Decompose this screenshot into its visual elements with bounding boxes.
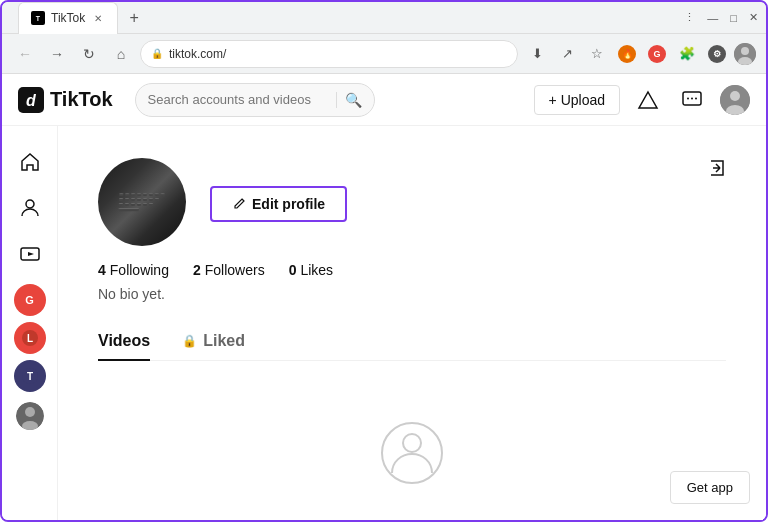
titlebar-controls: ⋮ — □ ✕ xyxy=(684,11,758,24)
following-stat[interactable]: 4 Following xyxy=(98,262,169,278)
keyboard-visual xyxy=(119,193,166,211)
tab-liked[interactable]: 🔒 Liked xyxy=(182,322,245,360)
key xyxy=(149,198,153,201)
firefox-extension-icon[interactable]: 🔥 xyxy=(614,41,640,67)
maximize-button[interactable]: □ xyxy=(730,11,737,24)
upload-button[interactable]: + Upload xyxy=(534,85,620,115)
search-bar[interactable]: 🔍 xyxy=(135,83,375,117)
following-label: Following xyxy=(110,262,169,278)
user-avatar[interactable] xyxy=(720,85,750,115)
tab-list-button[interactable]: ⋮ xyxy=(684,11,695,24)
browser-profile-icon[interactable] xyxy=(734,43,756,65)
new-tab-button[interactable]: + xyxy=(122,6,146,30)
key xyxy=(161,193,165,196)
profile-top: Edit profile xyxy=(98,158,726,246)
svg-marker-7 xyxy=(639,92,657,108)
tab-videos[interactable]: Videos xyxy=(98,322,150,360)
share-profile-button[interactable] xyxy=(706,158,726,183)
key xyxy=(137,198,141,201)
svg-text:d: d xyxy=(26,92,37,109)
app-area: d TikTok 🔍 + Upload xyxy=(2,74,766,520)
key xyxy=(131,203,135,206)
g-extension-icon[interactable]: G xyxy=(644,41,670,67)
key xyxy=(149,193,153,196)
followers-count: 2 xyxy=(193,262,201,278)
extensions-icon[interactable]: 🧩 xyxy=(674,41,700,67)
edit-profile-button[interactable]: Edit profile xyxy=(210,186,347,222)
likes-label: Likes xyxy=(300,262,333,278)
key xyxy=(119,193,123,196)
tiktok-logo-text: TikTok xyxy=(50,88,113,111)
sidebar-ext-3[interactable]: T xyxy=(14,360,46,392)
share-toolbar-icon[interactable]: ↗ xyxy=(554,41,580,67)
likes-stat[interactable]: 0 Likes xyxy=(289,262,333,278)
minimize-button[interactable]: — xyxy=(707,11,718,24)
lock-icon: 🔒 xyxy=(151,48,163,59)
sidebar-ext-3-icon: T xyxy=(21,367,39,385)
keyboard-row-3 xyxy=(119,203,165,206)
search-icon[interactable]: 🔍 xyxy=(345,92,362,108)
g-icon: G xyxy=(648,45,666,63)
tiktok-logo[interactable]: d TikTok xyxy=(18,87,113,113)
sidebar-user-avatar[interactable] xyxy=(16,402,44,430)
svg-point-13 xyxy=(730,91,740,101)
sidebar-ext-2[interactable]: L xyxy=(14,322,46,354)
search-input[interactable] xyxy=(148,92,328,107)
stats-row: 4 Following 2 Followers 0 Likes xyxy=(98,262,726,278)
sidebar-ext-1[interactable]: G xyxy=(14,284,46,316)
firefox-icon: 🔥 xyxy=(618,45,636,63)
key xyxy=(125,198,129,201)
forward-button[interactable]: → xyxy=(44,41,70,67)
share-icon xyxy=(706,158,726,178)
sidebar-live-button[interactable] xyxy=(10,234,50,274)
messages-icon[interactable] xyxy=(676,84,708,116)
address-bar[interactable]: 🔒 tiktok.com/ xyxy=(140,40,518,68)
keyboard-row-4 xyxy=(119,208,166,211)
live-icon xyxy=(19,243,41,265)
browser-toolbar: ← → ↻ ⌂ 🔒 tiktok.com/ ⬇ ↗ ☆ 🔥 G 🧩 ⚙ xyxy=(2,34,766,74)
svg-text:L: L xyxy=(26,333,32,344)
browser-titlebar: T TikTok ✕ + ⋮ — □ ✕ xyxy=(2,2,766,34)
keyboard-row-2 xyxy=(119,198,165,201)
svg-point-9 xyxy=(687,97,689,99)
get-app-label: Get app xyxy=(687,480,733,495)
svg-point-15 xyxy=(26,200,34,208)
bookmark-icon[interactable]: ☆ xyxy=(584,41,610,67)
inbox-icon[interactable] xyxy=(632,84,664,116)
reload-button[interactable]: ↻ xyxy=(76,41,102,67)
followers-stat[interactable]: 2 Followers xyxy=(193,262,265,278)
extra-extension-icon[interactable]: ⚙ xyxy=(704,41,730,67)
download-icon[interactable]: ⬇ xyxy=(524,41,550,67)
spacebar-key xyxy=(119,208,139,211)
following-count: 4 xyxy=(98,262,106,278)
get-app-button[interactable]: Get app xyxy=(670,471,750,504)
tab-bar: T TikTok ✕ + xyxy=(10,2,154,34)
svg-point-11 xyxy=(695,97,697,99)
followers-label: Followers xyxy=(205,262,265,278)
profile-avatar xyxy=(98,158,186,246)
toolbar-actions: ⬇ ↗ ☆ 🔥 G 🧩 ⚙ xyxy=(524,41,756,67)
tab-close-button[interactable]: ✕ xyxy=(91,11,105,25)
close-button[interactable]: ✕ xyxy=(749,11,758,24)
active-tab[interactable]: T TikTok ✕ xyxy=(18,2,118,34)
sidebar-home-button[interactable] xyxy=(10,142,50,182)
tab-title: TikTok xyxy=(51,11,85,25)
svg-text:T: T xyxy=(26,371,32,382)
search-divider xyxy=(336,92,337,108)
back-button[interactable]: ← xyxy=(12,41,38,67)
key xyxy=(155,198,159,201)
empty-person-svg xyxy=(380,421,444,485)
svg-point-10 xyxy=(691,97,693,99)
home-button[interactable]: ⌂ xyxy=(108,41,134,67)
svg-point-23 xyxy=(25,407,35,417)
sidebar: G L T xyxy=(2,126,58,520)
profile-tabs: Videos 🔒 Liked xyxy=(98,322,726,361)
svg-marker-17 xyxy=(28,252,34,256)
main-content: Edit profile 4 Following xyxy=(58,126,766,520)
bio-text: No bio yet. xyxy=(98,286,726,302)
sidebar-ext-2-icon: L xyxy=(21,329,39,347)
sidebar-friends-button[interactable] xyxy=(10,188,50,228)
friends-icon xyxy=(19,197,41,219)
svg-point-26 xyxy=(403,434,421,452)
tab-liked-label: Liked xyxy=(203,332,245,350)
